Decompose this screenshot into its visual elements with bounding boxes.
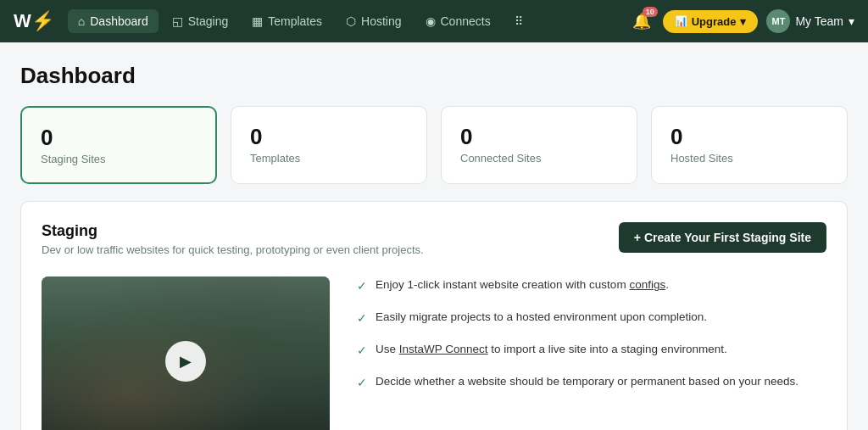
stat-card-hosted[interactable]: 0 Hosted Sites xyxy=(651,106,848,184)
stat-num-staging: 0 xyxy=(41,125,197,151)
check-icon-2: ✓ xyxy=(357,342,367,360)
check-icon-1: ✓ xyxy=(357,310,367,327)
features-list: ✓ Enjoy 1-click instant website creation… xyxy=(357,276,826,392)
notification-badge: 10 xyxy=(643,7,658,17)
feature-item-1: ✓ Easily migrate projects to a hosted en… xyxy=(357,309,826,327)
stat-card-staging-sites[interactable]: 0 Staging Sites xyxy=(20,106,217,184)
upgrade-chevron-icon: ▾ xyxy=(740,15,746,28)
stat-label-templates: Templates xyxy=(250,152,408,165)
staging-video-thumbnail[interactable]: ▶ xyxy=(42,276,330,430)
nav-item-staging[interactable]: ◱ Staging xyxy=(162,9,238,33)
staging-header-text: Staging Dev or low traffic websites for … xyxy=(42,222,424,256)
feature-text-3: Decide whether a website should be tempo… xyxy=(376,373,798,390)
stat-cards: 0 Staging Sites 0 Templates 0 Connected … xyxy=(20,106,848,184)
stat-num-connected: 0 xyxy=(460,124,618,150)
feature-text-2: Use InstaWP Connect to import a live sit… xyxy=(376,341,727,358)
nav-item-connects[interactable]: ◉ Connects xyxy=(415,9,501,33)
nav-item-templates[interactable]: ▦ Templates xyxy=(242,9,332,33)
team-selector[interactable]: MT My Team ▾ xyxy=(766,9,854,33)
navbar: W⚡ ⌂ Dashboard ◱ Staging ▦ Templates ⬡ H… xyxy=(0,0,868,42)
page-title: Dashboard xyxy=(20,63,848,89)
feature-item-2: ✓ Use InstaWP Connect to import a live s… xyxy=(357,341,826,360)
create-staging-button[interactable]: + Create Your First Staging Site xyxy=(619,222,826,253)
stat-card-templates[interactable]: 0 Templates xyxy=(231,106,427,184)
feature-text-0: Enjoy 1-click instant website creation w… xyxy=(376,276,669,293)
staging-header: Staging Dev or low traffic websites for … xyxy=(42,222,826,256)
stat-label-staging: Staging Sites xyxy=(41,153,197,165)
logo-w: W xyxy=(14,10,31,32)
nav-right: 🔔 10 📊 Upgrade ▾ MT My Team ▾ xyxy=(629,8,854,34)
staging-content: ▶ ✓ Enjoy 1-click instant website creati… xyxy=(42,276,826,430)
nav-item-dashboard[interactable]: ⌂ Dashboard xyxy=(68,9,159,33)
nav-label-dashboard: Dashboard xyxy=(90,14,148,28)
stat-card-connected[interactable]: 0 Connected Sites xyxy=(441,106,637,184)
stat-num-hosted: 0 xyxy=(670,124,828,150)
play-button[interactable]: ▶ xyxy=(165,341,206,382)
connects-icon: ◉ xyxy=(426,14,436,28)
templates-icon: ▦ xyxy=(252,14,263,28)
nav-label-staging: Staging xyxy=(188,14,228,28)
upgrade-label: Upgrade xyxy=(692,15,737,28)
staging-description: Dev or low traffic websites for quick te… xyxy=(42,243,424,256)
dashboard-icon: ⌂ xyxy=(78,14,85,28)
upgrade-button[interactable]: 📊 Upgrade ▾ xyxy=(663,10,759,33)
feature-text-1: Easily migrate projects to a hosted envi… xyxy=(376,309,707,326)
hosting-icon: ⬡ xyxy=(346,14,356,28)
nav-item-grid[interactable]: ⠿ xyxy=(504,9,533,33)
staging-title: Staging xyxy=(42,222,424,240)
nav-item-hosting[interactable]: ⬡ Hosting xyxy=(336,9,411,33)
check-icon-0: ✓ xyxy=(357,277,367,295)
nav-label-hosting: Hosting xyxy=(361,14,401,28)
instawp-connect-link[interactable]: InstaWP Connect xyxy=(399,343,488,355)
avatar: MT xyxy=(766,9,790,33)
team-chevron-icon: ▾ xyxy=(849,14,854,28)
stat-label-hosted: Hosted Sites xyxy=(670,152,828,165)
play-icon: ▶ xyxy=(180,352,192,371)
nav-label-connects: Connects xyxy=(441,14,491,28)
feature-item-3: ✓ Decide whether a website should be tem… xyxy=(357,373,826,392)
logo: W⚡ xyxy=(14,10,54,32)
upgrade-icon: 📊 xyxy=(675,15,687,27)
staging-section: Staging Dev or low traffic websites for … xyxy=(20,201,848,430)
stat-num-templates: 0 xyxy=(250,124,408,150)
team-label: My Team xyxy=(795,14,843,28)
notification-button[interactable]: 🔔 10 xyxy=(629,8,654,34)
staging-icon: ◱ xyxy=(172,14,183,28)
stat-label-connected: Connected Sites xyxy=(460,152,618,165)
main-content: Dashboard 0 Staging Sites 0 Templates 0 … xyxy=(0,42,868,430)
check-icon-3: ✓ xyxy=(357,374,367,392)
nav-label-templates: Templates xyxy=(268,14,322,28)
configs-link[interactable]: configs xyxy=(629,278,665,291)
grid-icon: ⠿ xyxy=(515,14,523,28)
feature-item-0: ✓ Enjoy 1-click instant website creation… xyxy=(357,276,826,295)
bolt-icon: ⚡ xyxy=(31,10,54,32)
